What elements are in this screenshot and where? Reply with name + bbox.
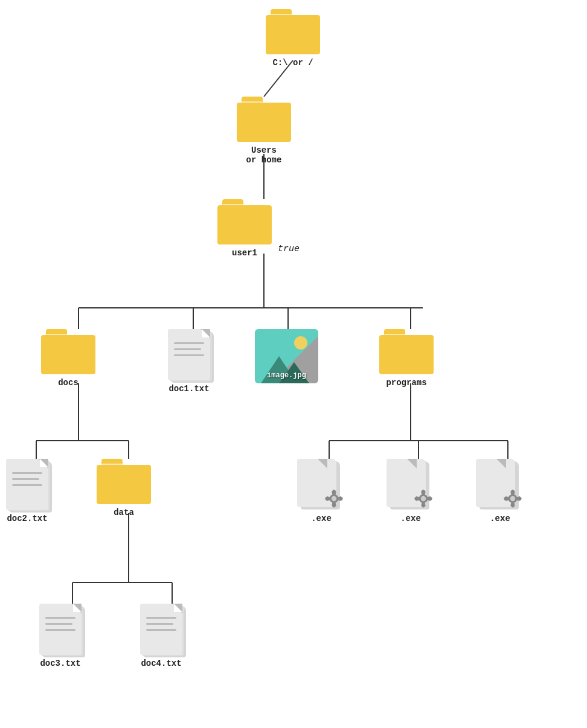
svg-rect-49 — [503, 496, 508, 502]
svg-rect-30 — [332, 503, 337, 508]
data-folder-icon — [97, 459, 151, 504]
data-node: data — [97, 459, 151, 517]
user1-node: user1 true — [217, 199, 300, 258]
tree-container: C:\ or / Users or home user1 true docs — [0, 0, 587, 728]
exe1-label: .exe — [311, 514, 332, 523]
svg-point-32 — [421, 496, 426, 501]
exe3-icon — [476, 459, 524, 510]
user1-home-label: true — [278, 244, 300, 254]
doc3-label: doc3.txt — [40, 659, 80, 668]
svg-rect-37 — [421, 489, 426, 494]
exe3-label: .exe — [490, 514, 510, 523]
root-label: C:\ or / — [272, 58, 313, 68]
exe1-icon — [297, 459, 345, 510]
svg-point-42 — [510, 496, 515, 501]
user1-label: user1 — [232, 248, 257, 258]
doc4-node: doc4.txt — [140, 604, 182, 668]
doc3-icon — [39, 604, 82, 655]
svg-rect-29 — [324, 496, 330, 502]
users-folder-icon — [237, 97, 291, 142]
doc4-icon — [140, 604, 182, 655]
svg-rect-50 — [510, 503, 516, 508]
root-folder-icon — [266, 9, 320, 54]
svg-rect-28 — [338, 496, 344, 502]
doc2-node: doc2.txt — [6, 459, 48, 523]
docs-node: docs — [41, 329, 95, 388]
svg-rect-38 — [428, 496, 433, 502]
doc2-label: doc2.txt — [7, 514, 47, 523]
image-node: image.jpg — [255, 329, 318, 383]
exe2-label: .exe — [400, 514, 421, 523]
user1-folder-icon — [217, 199, 272, 244]
doc1-label: doc1.txt — [168, 384, 209, 394]
doc3-node: doc3.txt — [39, 604, 82, 668]
image-icon: image.jpg — [255, 329, 318, 383]
users-label: Users or home — [246, 145, 282, 165]
programs-folder-icon — [379, 329, 434, 374]
doc1-node: doc1.txt — [168, 329, 210, 394]
svg-rect-47 — [510, 489, 516, 494]
exe2-node: .exe — [387, 459, 435, 523]
programs-label: programs — [386, 378, 426, 388]
svg-rect-39 — [414, 496, 419, 502]
svg-rect-40 — [421, 503, 426, 508]
programs-node: programs — [379, 329, 434, 388]
doc1-icon — [168, 329, 210, 380]
svg-point-22 — [332, 496, 336, 501]
exe1-node: .exe — [297, 459, 345, 523]
svg-rect-48 — [517, 496, 522, 502]
docs-label: docs — [58, 378, 79, 388]
users-node: Users or home — [237, 97, 291, 165]
docs-folder-icon — [41, 329, 95, 374]
image-label: image.jpg — [255, 371, 318, 380]
data-label: data — [114, 508, 134, 517]
root-node: C:\ or / — [266, 9, 320, 68]
exe3-node: .exe — [476, 459, 524, 523]
doc4-label: doc4.txt — [141, 659, 181, 668]
svg-rect-27 — [332, 489, 337, 494]
doc2-icon — [6, 459, 48, 510]
exe2-icon — [387, 459, 435, 510]
